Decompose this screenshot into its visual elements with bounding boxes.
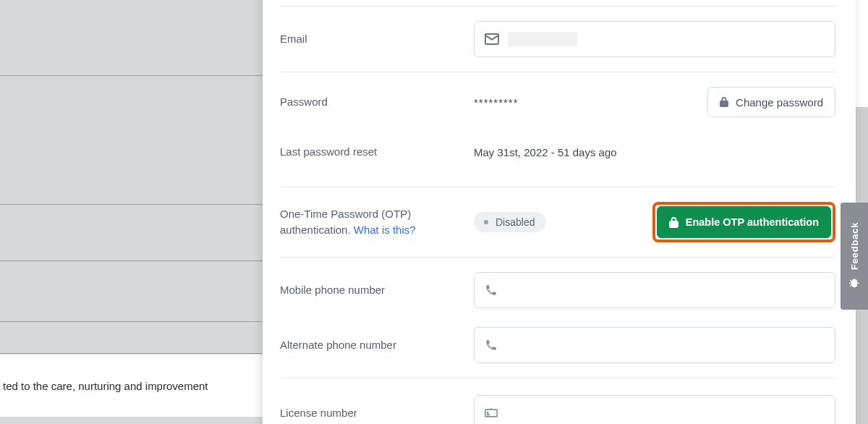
email-input[interactable] — [474, 21, 835, 57]
change-password-button[interactable]: Change password — [707, 87, 835, 117]
row-alternate-phone: Alternate phone number — [280, 323, 835, 378]
alternate-label: Alternate phone number — [280, 337, 474, 353]
row-license: License number — [280, 378, 835, 424]
svg-point-0 — [851, 281, 857, 287]
license-input[interactable] — [474, 395, 835, 425]
alternate-input[interactable] — [474, 327, 835, 363]
feedback-label: Feedback — [849, 222, 860, 270]
password-masked: ********* — [474, 96, 519, 109]
phone-icon — [485, 339, 498, 352]
lock-icon — [720, 97, 728, 107]
settings-panel: Email Password ********* Change password — [263, 0, 856, 424]
mobile-input[interactable] — [474, 272, 835, 308]
phone-icon — [485, 284, 498, 297]
otp-status-chip: Disabled — [474, 212, 546, 232]
lock-icon — [669, 217, 678, 228]
left-background: ted to the care, nurturing and improveme… — [0, 0, 275, 424]
otp-help-link[interactable]: What is this? — [354, 224, 416, 236]
row-mobile-phone: Mobile phone number — [280, 257, 835, 323]
email-value-redacted — [508, 32, 577, 46]
change-password-label: Change password — [736, 96, 823, 109]
license-label: License number — [280, 405, 474, 421]
row-password: Password ********* Change password — [280, 72, 835, 132]
highlight-enable-otp: Enable OTP authentication — [652, 202, 835, 242]
last-reset-value: May 31st, 2022 - 51 days ago — [474, 146, 617, 158]
row-email: Email — [280, 6, 835, 72]
bug-icon — [848, 277, 861, 290]
row-otp: One-Time Password (OTP) authentication. … — [280, 187, 835, 257]
status-dot-icon — [484, 220, 488, 224]
id-card-icon — [485, 407, 498, 419]
envelope-icon — [485, 33, 499, 45]
feedback-tab[interactable]: Feedback — [841, 203, 868, 310]
password-label: Password — [280, 94, 474, 110]
enable-otp-label: Enable OTP authentication — [686, 216, 819, 228]
enable-otp-button[interactable]: Enable OTP authentication — [657, 206, 831, 238]
last-reset-label: Last password reset — [280, 144, 474, 160]
email-label: Email — [280, 31, 474, 47]
row-last-reset: Last password reset May 31st, 2022 - 51 … — [280, 132, 835, 187]
otp-status-text: Disabled — [495, 216, 535, 228]
background-partial-text: ted to the care, nurturing and improveme… — [0, 355, 275, 417]
otp-label: One-Time Password (OTP) authentication. … — [280, 206, 474, 238]
mobile-label: Mobile phone number — [280, 282, 474, 298]
